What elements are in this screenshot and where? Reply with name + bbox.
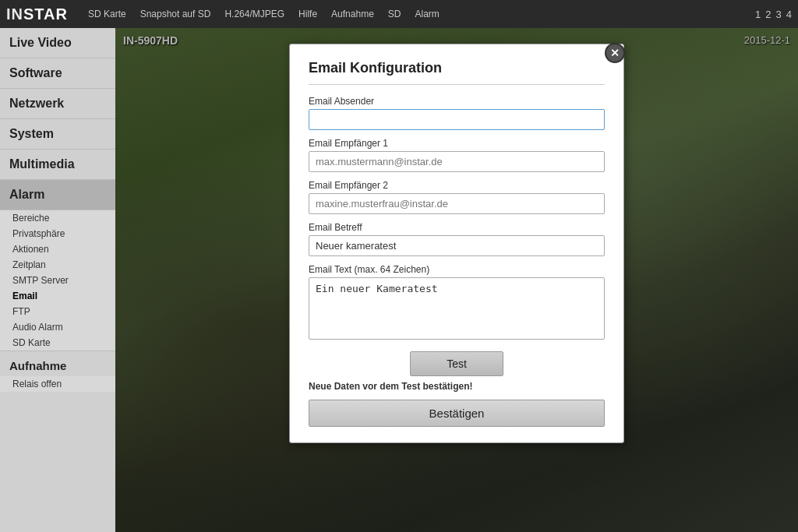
sidebar-item-live-video[interactable]: Live Video <box>0 28 115 58</box>
subject-field-group: Email Betreff <box>309 222 605 256</box>
recipient1-label: Email Empfänger 1 <box>309 138 605 149</box>
confirm-button[interactable]: Bestätigen <box>309 400 605 427</box>
text-textarea[interactable] <box>309 277 605 340</box>
sidebar-sub-zeitplan[interactable]: Zeitplan <box>0 257 115 273</box>
nav-h264[interactable]: H.264/MJPEG <box>224 9 284 19</box>
subject-label: Email Betreff <box>309 222 605 233</box>
test-button-container: Test <box>309 351 605 376</box>
sidebar-sub-audio-alarm[interactable]: Audio Alarm <box>0 319 115 335</box>
content-area: IN-5907HD 2015-12-1 ✕ Email Konfiguratio… <box>115 28 798 532</box>
sidebar-item-multimedia[interactable]: Multimedia <box>0 150 115 180</box>
sidebar-sub-smtp[interactable]: SMTP Server <box>0 273 115 288</box>
sidebar-sub-sd-karte[interactable]: SD Karte <box>0 335 115 351</box>
channel-numbers: 1 2 3 4 <box>755 9 792 20</box>
text-field-group: Email Text (max. 64 Zeichen) <box>309 264 605 342</box>
sidebar-sub-relais-offen[interactable]: Relais offen <box>0 376 115 392</box>
channel-4[interactable]: 4 <box>786 9 792 20</box>
recipient1-input[interactable] <box>309 151 605 172</box>
subject-input[interactable] <box>309 235 605 256</box>
sidebar-sub-aktionen[interactable]: Aktionen <box>0 241 115 257</box>
channel-1[interactable]: 1 <box>755 9 761 20</box>
recipient2-label: Email Empfänger 2 <box>309 180 605 191</box>
main-layout: Live Video Software Netzwerk System Mult… <box>0 28 798 532</box>
sidebar-item-system[interactable]: System <box>0 119 115 150</box>
recipient2-input[interactable] <box>309 193 605 214</box>
sidebar-sub-email[interactable]: Email <box>0 288 115 304</box>
sidebar-item-aufnahme[interactable]: Aufnahme <box>0 351 115 376</box>
nav-alarm[interactable]: Alarm <box>415 9 439 19</box>
sender-field-group: Email Absender <box>309 96 605 130</box>
test-button[interactable]: Test <box>410 351 503 376</box>
sender-input[interactable] <box>309 109 605 130</box>
text-label: Email Text (max. 64 Zeichen) <box>309 264 605 275</box>
modal-title: Email Konfiguration <box>309 60 605 85</box>
nav-hilfe[interactable]: Hilfe <box>298 9 317 19</box>
logo: INSTAR <box>6 5 68 23</box>
modal-close-button[interactable]: ✕ <box>605 43 625 63</box>
top-bar: INSTAR SD Karte Snapshot auf SD H.264/MJ… <box>0 0 798 28</box>
sidebar-sub-bereiche[interactable]: Bereiche <box>0 210 115 226</box>
aufnahme-submenu: Relais offen <box>0 376 115 392</box>
channel-2[interactable]: 2 <box>765 9 771 20</box>
channel-3[interactable]: 3 <box>776 9 782 20</box>
sidebar-item-software[interactable]: Software <box>0 58 115 89</box>
modal-overlay: ✕ Email Konfiguration Email Absender Ema… <box>115 28 798 532</box>
alarm-submenu: Bereiche Privatsphäre Aktionen Zeitplan … <box>0 210 115 351</box>
sidebar: Live Video Software Netzwerk System Mult… <box>0 28 115 532</box>
recipient1-field-group: Email Empfänger 1 <box>309 138 605 172</box>
nav-aufnahme[interactable]: Aufnahme <box>331 9 374 19</box>
nav-snapshot[interactable]: Snapshot auf SD <box>140 9 211 19</box>
sidebar-sub-privatsphare[interactable]: Privatsphäre <box>0 226 115 241</box>
sidebar-item-netzwerk[interactable]: Netzwerk <box>0 89 115 119</box>
email-config-modal: ✕ Email Konfiguration Email Absender Ema… <box>289 44 624 443</box>
nav-sd-karte[interactable]: SD Karte <box>88 9 126 19</box>
warning-text: Neue Daten vor dem Test bestätigen! <box>309 381 605 392</box>
recipient2-field-group: Email Empfänger 2 <box>309 180 605 214</box>
top-bar-right: 1 2 3 4 <box>755 9 792 20</box>
sidebar-item-alarm[interactable]: Alarm <box>0 180 115 210</box>
sender-label: Email Absender <box>309 96 605 107</box>
sidebar-sub-ftp[interactable]: FTP <box>0 304 115 319</box>
nav-sd[interactable]: SD <box>388 9 401 19</box>
